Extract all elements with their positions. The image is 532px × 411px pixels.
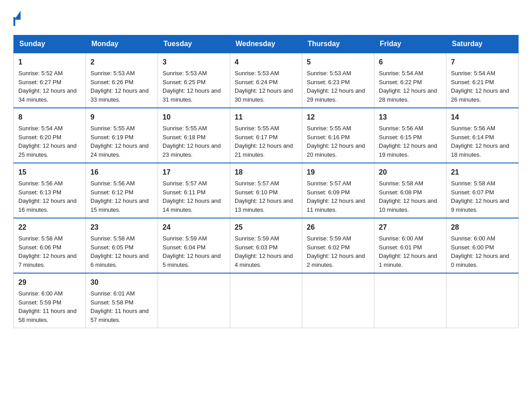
- calendar-cell: 29Sunrise: 6:00 AMSunset: 5:59 PMDayligh…: [14, 273, 86, 328]
- calendar-header-tuesday: Tuesday: [158, 35, 230, 53]
- sunrise-text: Sunrise: 5:55 AM: [307, 125, 351, 132]
- sunrise-text: Sunrise: 5:53 AM: [307, 70, 351, 77]
- day-number: 22: [18, 222, 81, 233]
- daylight-text: Daylight: 12 hours and 13 minutes.: [235, 197, 293, 213]
- day-number: 18: [235, 167, 297, 178]
- sunset-text: Sunset: 6:03 PM: [235, 244, 278, 251]
- calendar-cell: 9Sunrise: 5:55 AMSunset: 6:19 PMDaylight…: [86, 108, 158, 163]
- calendar-cell: 28Sunrise: 6:00 AMSunset: 6:00 PMDayligh…: [446, 218, 519, 273]
- calendar-header-thursday: Thursday: [302, 35, 374, 53]
- sunset-text: Sunset: 6:20 PM: [18, 134, 61, 141]
- calendar-cell: 24Sunrise: 5:59 AMSunset: 6:04 PMDayligh…: [158, 218, 230, 273]
- day-number: 6: [379, 57, 442, 68]
- sunset-text: Sunset: 6:05 PM: [90, 244, 133, 251]
- sunset-text: Sunset: 6:01 PM: [379, 244, 422, 251]
- daylight-text: Daylight: 12 hours and 2 minutes.: [307, 253, 365, 268]
- calendar-cell: 7Sunrise: 5:54 AMSunset: 6:21 PMDaylight…: [446, 53, 519, 108]
- day-number: 3: [163, 57, 225, 68]
- sunrise-text: Sunrise: 5:59 AM: [307, 235, 351, 242]
- calendar-cell: 26Sunrise: 5:59 AMSunset: 6:02 PMDayligh…: [302, 218, 374, 273]
- calendar-cell: 11Sunrise: 5:55 AMSunset: 6:17 PMDayligh…: [230, 108, 302, 163]
- sunrise-text: Sunrise: 5:57 AM: [235, 180, 279, 187]
- sunset-text: Sunset: 6:02 PM: [307, 244, 350, 251]
- sunrise-text: Sunrise: 5:58 AM: [451, 180, 495, 187]
- calendar-header-row: SundayMondayTuesdayWednesdayThursdayFrid…: [14, 35, 519, 53]
- daylight-text: Daylight: 12 hours and 29 minutes.: [307, 87, 365, 103]
- calendar-cell: 18Sunrise: 5:57 AMSunset: 6:10 PMDayligh…: [230, 163, 302, 218]
- day-number: 1: [18, 57, 81, 68]
- calendar-cell: [374, 273, 446, 328]
- daylight-text: Daylight: 12 hours and 9 minutes.: [451, 197, 509, 213]
- week-row-3: 15Sunrise: 5:56 AMSunset: 6:13 PMDayligh…: [14, 163, 519, 218]
- sunrise-text: Sunrise: 6:01 AM: [90, 290, 135, 297]
- day-number: 7: [451, 57, 514, 68]
- day-number: 30: [90, 277, 153, 288]
- daylight-text: Daylight: 12 hours and 10 minutes.: [379, 197, 437, 213]
- daylight-text: Daylight: 12 hours and 18 minutes.: [451, 142, 509, 158]
- day-number: 11: [235, 112, 297, 123]
- sunrise-text: Sunrise: 5:55 AM: [90, 125, 135, 132]
- day-number: 9: [90, 112, 153, 123]
- day-number: 26: [307, 222, 369, 233]
- sunset-text: Sunset: 6:23 PM: [307, 79, 350, 86]
- daylight-text: Daylight: 12 hours and 24 minutes.: [90, 142, 149, 158]
- sunset-text: Sunset: 6:24 PM: [235, 79, 278, 86]
- sunset-text: Sunset: 6:04 PM: [163, 244, 206, 251]
- day-number: 19: [307, 167, 369, 178]
- calendar-header-wednesday: Wednesday: [230, 35, 302, 53]
- sunset-text: Sunset: 6:27 PM: [18, 79, 61, 86]
- calendar-cell: 6Sunrise: 5:54 AMSunset: 6:22 PMDaylight…: [374, 53, 446, 108]
- calendar-cell: [302, 273, 374, 328]
- sunset-text: Sunset: 6:07 PM: [451, 189, 494, 196]
- calendar-cell: 2Sunrise: 5:53 AMSunset: 6:26 PMDaylight…: [86, 53, 158, 108]
- daylight-text: Daylight: 12 hours and 28 minutes.: [379, 87, 437, 103]
- calendar-cell: 27Sunrise: 6:00 AMSunset: 6:01 PMDayligh…: [374, 218, 446, 273]
- sunset-text: Sunset: 6:00 PM: [451, 244, 494, 251]
- sunrise-text: Sunrise: 6:00 AM: [451, 235, 495, 242]
- calendar-table: SundayMondayTuesdayWednesdayThursdayFrid…: [13, 35, 519, 328]
- calendar-cell: 17Sunrise: 5:57 AMSunset: 6:11 PMDayligh…: [158, 163, 230, 218]
- day-number: 29: [18, 277, 81, 288]
- daylight-text: Daylight: 12 hours and 26 minutes.: [451, 87, 509, 103]
- sunset-text: Sunset: 6:14 PM: [451, 134, 494, 141]
- daylight-text: Daylight: 12 hours and 5 minutes.: [163, 253, 221, 268]
- day-number: 5: [307, 57, 369, 68]
- calendar-cell: 30Sunrise: 6:01 AMSunset: 5:58 PMDayligh…: [86, 273, 158, 328]
- calendar-cell: 13Sunrise: 5:56 AMSunset: 6:15 PMDayligh…: [374, 108, 446, 163]
- calendar-cell: 1Sunrise: 5:52 AMSunset: 6:27 PMDaylight…: [14, 53, 86, 108]
- day-number: 12: [307, 112, 369, 123]
- calendar-header-friday: Friday: [374, 35, 446, 53]
- calendar-cell: [446, 273, 519, 328]
- day-number: 8: [18, 112, 81, 123]
- sunrise-text: Sunrise: 5:53 AM: [163, 70, 207, 77]
- sunrise-text: Sunrise: 5:53 AM: [90, 70, 135, 77]
- week-row-5: 29Sunrise: 6:00 AMSunset: 5:59 PMDayligh…: [14, 273, 519, 328]
- sunrise-text: Sunrise: 5:57 AM: [163, 180, 207, 187]
- week-row-2: 8Sunrise: 5:54 AMSunset: 6:20 PMDaylight…: [14, 108, 519, 163]
- daylight-text: Daylight: 12 hours and 1 minute.: [379, 253, 437, 268]
- calendar-cell: 14Sunrise: 5:56 AMSunset: 6:14 PMDayligh…: [446, 108, 519, 163]
- calendar-cell: 22Sunrise: 5:58 AMSunset: 6:06 PMDayligh…: [14, 218, 86, 273]
- daylight-text: Daylight: 11 hours and 58 minutes.: [18, 308, 77, 323]
- sunrise-text: Sunrise: 5:59 AM: [235, 235, 279, 242]
- day-number: 10: [163, 112, 225, 123]
- sunset-text: Sunset: 6:17 PM: [235, 134, 278, 141]
- sunrise-text: Sunrise: 5:58 AM: [18, 235, 63, 242]
- day-number: 28: [451, 222, 514, 233]
- sunrise-text: Sunrise: 5:55 AM: [163, 125, 207, 132]
- sunrise-text: Sunrise: 5:55 AM: [235, 125, 279, 132]
- sunrise-text: Sunrise: 5:56 AM: [18, 180, 63, 187]
- sunrise-text: Sunrise: 6:00 AM: [18, 290, 63, 297]
- daylight-text: Daylight: 12 hours and 15 minutes.: [90, 197, 149, 213]
- calendar-cell: 4Sunrise: 5:53 AMSunset: 6:24 PMDaylight…: [230, 53, 302, 108]
- sunset-text: Sunset: 6:25 PM: [163, 79, 206, 86]
- sunset-text: Sunset: 6:22 PM: [379, 79, 422, 86]
- sunrise-text: Sunrise: 5:58 AM: [379, 180, 423, 187]
- day-number: 17: [163, 167, 225, 178]
- calendar-cell: 8Sunrise: 5:54 AMSunset: 6:20 PMDaylight…: [14, 108, 86, 163]
- sunset-text: Sunset: 6:19 PM: [90, 134, 133, 141]
- calendar-cell: 3Sunrise: 5:53 AMSunset: 6:25 PMDaylight…: [158, 53, 230, 108]
- sunrise-text: Sunrise: 5:57 AM: [307, 180, 351, 187]
- daylight-text: Daylight: 12 hours and 23 minutes.: [163, 142, 221, 158]
- week-row-1: 1Sunrise: 5:52 AMSunset: 6:27 PMDaylight…: [14, 53, 519, 108]
